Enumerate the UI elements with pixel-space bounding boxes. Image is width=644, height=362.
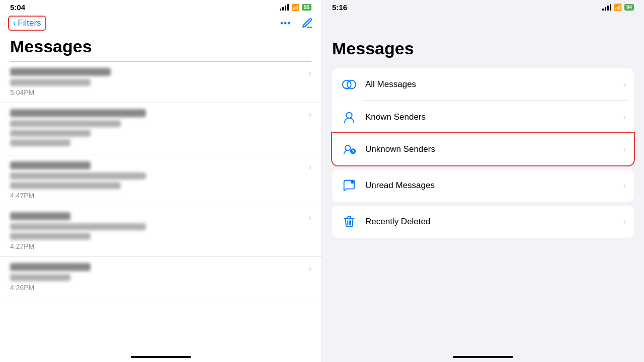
left-wifi-icon: 📶	[291, 4, 299, 11]
message-preview	[10, 274, 70, 281]
message-name	[10, 161, 91, 169]
message-content: 4:26PM	[10, 263, 304, 292]
person-icon	[340, 108, 358, 126]
filters-label: Filters	[18, 18, 41, 28]
left-phone-panel: 5:04 📶 95 ‹ Filters	[0, 0, 322, 362]
right-battery: 94	[624, 4, 634, 11]
svg-point-10	[345, 145, 350, 150]
message-item[interactable]: 4:27PM ›	[0, 206, 321, 257]
message-preview-1	[10, 223, 146, 230]
message-content: 4:47PM	[10, 161, 304, 200]
chevron-right-icon: ›	[309, 213, 311, 222]
message-item[interactable]: 4:47PM ›	[0, 155, 321, 206]
right-time: 5:16	[332, 3, 347, 12]
right-status-icons: 📶 94	[602, 4, 634, 11]
chevron-left-icon: ‹	[13, 19, 16, 28]
message-timestamp: 4:27PM	[10, 242, 304, 250]
filter-all-messages[interactable]: All Messages ›	[332, 68, 634, 101]
filters-button[interactable]: ‹ Filters	[8, 16, 46, 31]
chat-icon	[340, 75, 358, 94]
message-timestamp: 4:26PM	[10, 284, 304, 292]
message-item[interactable]: ›	[0, 103, 321, 155]
filter-group-bottom: Recently Deleted ›	[332, 206, 634, 238]
chevron-right-icon: ›	[309, 69, 311, 78]
left-battery: 95	[302, 4, 311, 11]
chevron-right-icon: ›	[309, 162, 311, 171]
unknown-senders-label: Unknown Senders	[365, 144, 623, 154]
message-timestamp: 4:47PM	[10, 192, 304, 200]
left-time: 5:04	[10, 3, 25, 12]
svg-point-9	[346, 112, 352, 118]
message-preview-2	[10, 130, 91, 137]
chat-unread-icon	[340, 176, 358, 195]
message-name	[10, 109, 146, 117]
recently-deleted-label: Recently Deleted	[365, 217, 623, 227]
nav-action-icons	[279, 17, 313, 29]
message-preview-1	[10, 172, 146, 179]
chevron-right-icon: ›	[623, 113, 626, 122]
message-content: 4:27PM	[10, 212, 304, 250]
left-nav-bar: ‹ Filters	[0, 14, 321, 35]
unread-messages-label: Unread Messages	[365, 180, 623, 191]
left-status-bar: 5:04 📶 95	[0, 0, 321, 14]
message-item[interactable]: 4:26PM ›	[0, 257, 321, 298]
filter-list: All Messages › Known Senders ›	[322, 68, 644, 242]
all-messages-label: All Messages	[365, 79, 623, 89]
filter-unread-messages[interactable]: Unread Messages ›	[332, 169, 634, 202]
message-name	[10, 212, 70, 220]
right-wifi-icon: 📶	[614, 4, 622, 11]
chevron-right-icon: ›	[623, 80, 626, 89]
message-content: 5:04PM	[10, 68, 304, 97]
person-unknown-icon: ?	[340, 140, 358, 158]
chevron-right-icon: ›	[623, 217, 626, 226]
right-signal-icon	[602, 4, 611, 11]
compose-button[interactable]	[301, 17, 313, 29]
right-status-bar: 5:16 📶 94	[322, 0, 644, 14]
more-button[interactable]	[279, 17, 291, 29]
trash-icon	[340, 213, 358, 231]
filter-recently-deleted[interactable]: Recently Deleted ›	[332, 206, 634, 238]
message-timestamp: 5:04PM	[10, 88, 304, 97]
home-indicator-left	[131, 356, 191, 358]
message-content	[10, 109, 304, 149]
filter-unknown-senders[interactable]: ? Unknown Senders ›	[332, 133, 634, 165]
left-signal-icon	[280, 4, 289, 11]
message-name	[10, 263, 91, 271]
filter-group-middle: Unread Messages ›	[332, 169, 634, 202]
message-preview-2	[10, 182, 121, 189]
left-status-icons: 📶 95	[280, 4, 311, 11]
chevron-right-icon: ›	[309, 264, 311, 273]
right-phone-panel: 5:16 📶 94 Messages	[322, 0, 644, 362]
filter-group-top: All Messages › Known Senders ›	[332, 68, 634, 165]
message-preview-1	[10, 120, 121, 127]
message-preview-2	[10, 233, 91, 240]
message-item[interactable]: 5:04PM ›	[0, 62, 321, 103]
chevron-right-icon: ›	[623, 181, 626, 190]
message-list: 5:04PM › › 4:47PM ›	[0, 62, 321, 362]
home-indicator-right	[453, 356, 513, 358]
right-page-title: Messages	[322, 14, 644, 68]
known-senders-label: Known Senders	[365, 112, 623, 122]
chevron-right-icon: ›	[309, 110, 311, 119]
chevron-right-icon: ›	[623, 145, 626, 154]
message-preview-3	[10, 139, 70, 146]
left-page-title: Messages	[0, 35, 321, 61]
svg-text:?: ?	[352, 149, 355, 154]
filter-known-senders[interactable]: Known Senders ›	[332, 101, 634, 133]
svg-point-13	[351, 180, 355, 184]
message-preview	[10, 79, 91, 86]
message-name	[10, 68, 111, 76]
